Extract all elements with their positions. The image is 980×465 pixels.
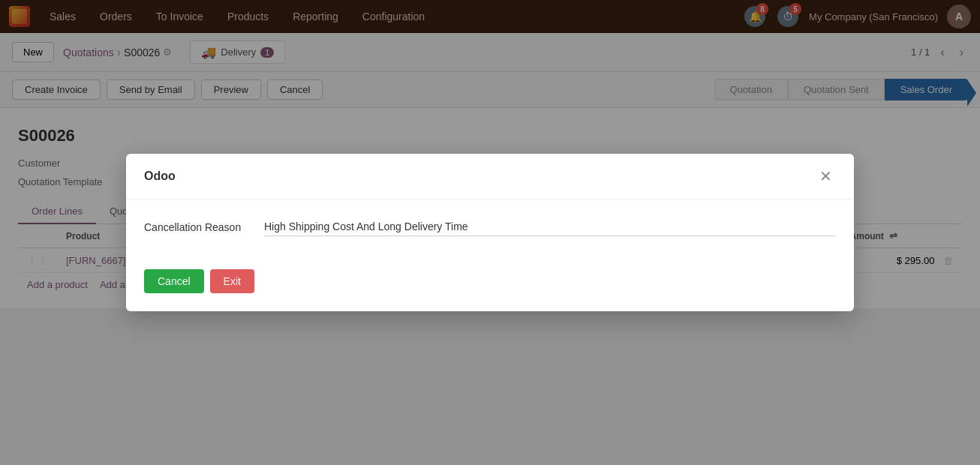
cancellation-reason-label: Cancellation Reason (144, 221, 264, 233)
modal-close-button[interactable]: ✕ (815, 166, 836, 187)
cancellation-reason-input[interactable] (264, 218, 836, 236)
modal-exit-button[interactable]: Exit (210, 269, 254, 293)
modal-cancel-button[interactable]: Cancel (144, 269, 204, 293)
modal-header: Odoo ✕ (126, 154, 854, 200)
cancellation-modal: Odoo ✕ Cancellation Reason Cancel Exit (126, 154, 854, 311)
modal-footer: Cancel Exit (126, 269, 854, 311)
modal-overlay: Odoo ✕ Cancellation Reason Cancel Exit (0, 0, 980, 465)
modal-title: Odoo (144, 170, 176, 183)
modal-body: Cancellation Reason (126, 200, 854, 269)
cancellation-reason-row: Cancellation Reason (144, 218, 836, 236)
